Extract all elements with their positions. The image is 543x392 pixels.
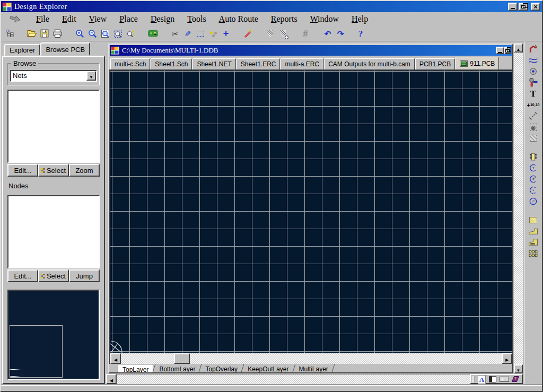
doc-tab-911-pcb[interactable]: 911.PCB <box>456 57 499 69</box>
undo-icon[interactable] <box>321 27 334 40</box>
highlight-pen-icon[interactable] <box>181 27 194 40</box>
canvas-horizontal-scrollbar[interactable] <box>109 353 512 364</box>
viewport-indicator[interactable] <box>10 369 22 377</box>
toolbar-grip[interactable] <box>472 376 475 382</box>
doc-tab-sheet1-net[interactable]: Sheet1.NET <box>192 58 235 69</box>
zoom-out-icon[interactable] <box>86 27 99 40</box>
doc-tab-multi-c-sch[interactable]: multi-c.Sch <box>110 58 150 69</box>
zoom-in-icon[interactable] <box>73 27 86 40</box>
doc-tab-cam-outputs[interactable]: CAM Outputs for multi-b.cam <box>324 58 415 69</box>
menu-file[interactable]: File <box>36 14 49 24</box>
place-arc-edge-icon[interactable] <box>527 162 540 173</box>
move-icon[interactable]: + <box>220 27 232 40</box>
menu-collapse-icon[interactable] <box>8 15 22 23</box>
close-button[interactable]: × <box>531 3 540 11</box>
text-annotation-icon[interactable] <box>477 376 486 383</box>
menu-edit[interactable]: Edit <box>62 14 76 24</box>
place-track-icon[interactable] <box>527 43 540 55</box>
interactive-route-icon[interactable] <box>527 55 540 66</box>
layer-tab-toplayer[interactable]: TopLayer <box>118 364 153 372</box>
nets-edit-button[interactable]: Edit... <box>7 164 38 177</box>
workspace-vertical-scrollbar[interactable] <box>514 43 523 373</box>
board-minimap[interactable] <box>7 290 100 380</box>
menu-design[interactable]: Design <box>151 14 174 24</box>
help-icon[interactable] <box>354 27 367 40</box>
layer-tab-topoverlay[interactable]: TopOverlay <box>201 364 242 372</box>
tab-explorer[interactable]: Explorer <box>4 44 40 56</box>
board-view-icon[interactable] <box>146 27 159 40</box>
workspace-horizontal-scrollbar[interactable]: ? <box>106 374 523 384</box>
redo-icon[interactable] <box>334 27 347 40</box>
undelete-icon[interactable] <box>264 27 277 40</box>
doc-minimize-button[interactable] <box>496 47 504 54</box>
scroll-thumb[interactable] <box>174 353 190 364</box>
wand-icon[interactable] <box>242 27 255 40</box>
nets-select-button[interactable]: Select <box>38 164 69 177</box>
save-icon[interactable] <box>38 27 51 40</box>
browse-filter-combobox[interactable]: Nets <box>10 70 97 82</box>
nodes-listbox[interactable] <box>7 195 100 268</box>
document-titlebar[interactable]: C:\My Documents\MULTI-1.DDB <box>110 45 512 56</box>
layer-tab-multilayer[interactable]: MultiLayer <box>295 364 332 372</box>
place-coordinate-icon[interactable]: +10,10 <box>527 99 540 110</box>
nodes-edit-button[interactable]: Edit... <box>7 269 38 282</box>
menu-help[interactable]: Help <box>352 14 368 24</box>
doc-tab-sheet1-sch[interactable]: Sheet1.Sch <box>151 58 192 69</box>
place-pad-array-icon[interactable] <box>527 248 540 259</box>
help-book-icon[interactable]: ? <box>511 376 520 383</box>
place-arc-center-icon[interactable] <box>527 173 540 185</box>
nets-listbox[interactable] <box>7 90 100 163</box>
menu-place[interactable]: Place <box>119 14 138 24</box>
menu-view[interactable]: View <box>89 14 107 24</box>
nodes-select-button[interactable]: Select <box>38 269 69 282</box>
doc-restore-button[interactable] <box>504 47 511 54</box>
tab-browse-pcb[interactable]: Browse PCB <box>40 42 90 56</box>
scroll-track[interactable] <box>121 353 502 364</box>
place-arc-angles-icon[interactable] <box>527 185 540 196</box>
scroll-track[interactable] <box>117 374 470 384</box>
place-polygon-plane-icon[interactable] <box>527 225 540 237</box>
scroll-down-button[interactable] <box>514 364 523 373</box>
zoom-point-icon[interactable] <box>124 27 137 40</box>
combo-dropdown-button[interactable] <box>86 71 96 81</box>
place-fill-icon[interactable] <box>527 214 540 225</box>
print-icon[interactable] <box>51 27 64 40</box>
zoom-all-icon[interactable] <box>99 27 111 40</box>
place-component-icon[interactable] <box>527 151 540 162</box>
menu-window[interactable]: Window <box>310 14 339 24</box>
explorer-panel-icon[interactable] <box>3 27 16 40</box>
pcb-canvas[interactable] <box>109 69 512 353</box>
place-via-icon[interactable] <box>527 77 540 88</box>
scroll-left-button[interactable] <box>106 374 117 384</box>
doc-tab-pcb1-pcb[interactable]: PCB1.PCB <box>415 58 455 69</box>
nets-zoom-button[interactable]: Zoom <box>69 164 100 177</box>
toggle-grid-icon[interactable] <box>299 27 312 40</box>
place-string-icon[interactable] <box>527 88 540 99</box>
select-area-icon[interactable] <box>194 27 207 40</box>
menu-reports[interactable]: Reports <box>271 14 297 24</box>
open-document-icon[interactable] <box>25 27 38 40</box>
place-keepout-icon[interactable] <box>527 121 540 133</box>
layer-tab-keepoutlayer[interactable]: KeepOutLayer <box>243 364 293 372</box>
zoom-area-icon[interactable] <box>111 27 124 40</box>
place-dimension-icon[interactable] <box>527 110 540 121</box>
minimize-button[interactable] <box>508 3 518 11</box>
doc-tab-sheet1-erc[interactable]: Sheet1.ERC <box>237 58 281 69</box>
menu-tools[interactable]: Tools <box>187 14 206 24</box>
scroll-right-button[interactable] <box>502 353 512 364</box>
cutter-icon[interactable] <box>169 27 181 40</box>
place-split-plane-icon[interactable] <box>527 237 540 248</box>
place-full-circle-icon[interactable] <box>527 196 540 207</box>
redelete-icon[interactable] <box>277 27 290 40</box>
menu-auto-route[interactable]: Auto Route <box>219 14 258 24</box>
fill-display-mode-icon[interactable] <box>488 376 497 383</box>
doc-tab-multi-a-erc[interactable]: multi-a.ERC <box>281 58 323 69</box>
layer-tab-bottomlayer[interactable]: BottomLayer <box>155 364 199 372</box>
scroll-left-button[interactable] <box>110 353 121 364</box>
keyboard-icon[interactable] <box>500 376 509 383</box>
nodes-jump-button[interactable]: Jump <box>69 269 100 282</box>
deselect-icon[interactable] <box>207 27 220 40</box>
scroll-track[interactable] <box>514 53 523 364</box>
restore-button[interactable] <box>519 3 528 11</box>
place-fill-hatched-icon[interactable] <box>527 133 540 144</box>
